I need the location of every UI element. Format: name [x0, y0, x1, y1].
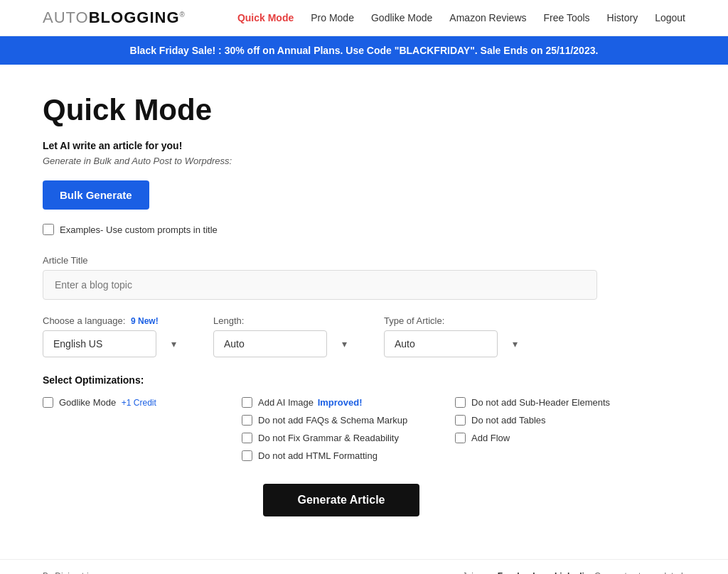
nav-item-logout[interactable]: Logout [655, 12, 685, 23]
nav-item-history[interactable]: History [607, 12, 638, 23]
language-label: Choose a language: 9 New! [43, 315, 185, 326]
footer-left: By Digimetriq.com [43, 571, 112, 574]
facebook-link[interactable]: Facebook [498, 571, 537, 574]
opt-no-faqs-checkbox[interactable] [242, 415, 252, 426]
footer-right-suffix: Groups to stay updated. [594, 571, 685, 574]
article-title-input[interactable] [43, 270, 597, 300]
opt-no-tables-label[interactable]: Do not add Tables [471, 415, 546, 426]
nav-item-free-tools[interactable]: Free Tools [544, 12, 590, 23]
opt-no-subheaders: Do not add Sub-Header Elements [455, 397, 640, 408]
footer-right: Join our Facebook or Linkedin Groups to … [462, 571, 685, 574]
type-option-group: Type of Article: Auto Blog Post Product … [384, 315, 526, 357]
opt-no-grammar: Do not Fix Grammar & Readability [242, 433, 441, 443]
opt-no-tables: Do not add Tables [455, 415, 640, 426]
opt-no-grammar-label[interactable]: Do not Fix Grammar & Readability [258, 433, 399, 443]
logo-tm: ® [180, 11, 186, 18]
optimizations-label: Select Optimizations: [43, 374, 640, 386]
subtitle: Let AI write an article for you! [43, 140, 640, 151]
logo: AUTOBLOGGING® [43, 9, 186, 27]
footer-or: or [542, 571, 550, 574]
opt-add-flow-label[interactable]: Add Flow [471, 433, 510, 443]
nav-item-amazon-reviews[interactable]: Amazon Reviews [449, 12, 526, 23]
opt-no-faqs-label[interactable]: Do not add FAQs & Schema Markup [258, 415, 407, 426]
page-title: Quick Mode [43, 93, 640, 127]
language-select[interactable]: English US English UK Spanish French Ger… [43, 330, 156, 357]
opt-ai-image-checkbox[interactable] [242, 397, 252, 408]
optimizations-grid: Godlike Mode +1 Credit Add AI Image Impr… [43, 397, 640, 461]
nav-item-quick-mode[interactable]: Quick Mode [237, 12, 294, 23]
length-select-wrapper: Auto Short Medium Long [213, 330, 355, 357]
promo-banner: Black Friday Sale! : 30% off on Annual P… [0, 36, 728, 65]
generate-btn-wrap: Generate Article [43, 484, 640, 516]
main-content: Quick Mode Let AI write an article for y… [0, 65, 682, 559]
examples-checkbox-row: Examples- Use custom prompts in title [43, 224, 640, 235]
opt-no-subheaders-label[interactable]: Do not add Sub-Header Elements [471, 397, 610, 408]
generate-article-button[interactable]: Generate Article [263, 484, 419, 516]
length-select[interactable]: Auto Short Medium Long [213, 330, 327, 357]
opt-no-faqs: Do not add FAQs & Schema Markup [242, 415, 441, 426]
opt-no-subheaders-checkbox[interactable] [455, 397, 466, 408]
type-select-wrapper: Auto Blog Post Product Review How-To Gui… [384, 330, 526, 357]
header: AUTOBLOGGING® Quick ModePro ModeGodlike … [0, 0, 728, 36]
opt-ai-image-label[interactable]: Add AI Image Improved! [258, 397, 363, 408]
opt-godlike-checkbox[interactable] [43, 397, 53, 408]
opt-no-tables-checkbox[interactable] [455, 415, 466, 426]
nav-item-pro-mode[interactable]: Pro Mode [311, 12, 354, 23]
footer: By Digimetriq.com Join our Facebook or L… [0, 559, 728, 574]
nav-item-godlike-mode[interactable]: Godlike Mode [371, 12, 432, 23]
logo-blogging: BLOGGING [89, 9, 180, 26]
examples-checkbox[interactable] [43, 224, 54, 235]
examples-checkbox-label[interactable]: Examples- Use custom prompts in title [60, 224, 218, 235]
opt-no-html: Do not add HTML Formatting [242, 450, 441, 461]
opt-add-flow-checkbox[interactable] [455, 433, 466, 443]
linkedin-link[interactable]: Linkedin [555, 571, 589, 574]
length-option-group: Length: Auto Short Medium Long [213, 315, 355, 357]
opt-add-ai-image: Add AI Image Improved! [242, 397, 441, 408]
opt-add-flow: Add Flow [455, 433, 640, 443]
main-nav: Quick ModePro ModeGodlike ModeAmazon Rev… [237, 12, 685, 23]
opt-no-html-label[interactable]: Do not add HTML Formatting [258, 450, 378, 461]
banner-text: Black Friday Sale! : 30% off on Annual P… [130, 45, 599, 56]
language-select-wrapper: English US English UK Spanish French Ger… [43, 330, 185, 357]
article-title-label: Article Title [43, 255, 640, 266]
type-select[interactable]: Auto Blog Post Product Review How-To Gui… [384, 330, 498, 357]
opt-no-html-checkbox[interactable] [242, 450, 252, 461]
opt-godlike-label[interactable]: Godlike Mode +1 Credit [59, 397, 156, 408]
bulk-generate-button[interactable]: Bulk Generate [43, 180, 149, 210]
language-new-badge: 9 New! [131, 316, 159, 326]
logo-auto: AUTO [43, 9, 89, 26]
opt-no-grammar-checkbox[interactable] [242, 433, 252, 443]
subtitle2: Generate in Bulk and Auto Post to Worpdr… [43, 156, 640, 166]
opt-godlike-mode: Godlike Mode +1 Credit [43, 397, 228, 408]
options-row: Choose a language: 9 New! English US Eng… [43, 315, 640, 357]
footer-right-prefix: Join our [462, 571, 493, 574]
length-label: Length: [213, 315, 355, 326]
type-label: Type of Article: [384, 315, 526, 326]
language-option-group: Choose a language: 9 New! English US Eng… [43, 315, 185, 357]
